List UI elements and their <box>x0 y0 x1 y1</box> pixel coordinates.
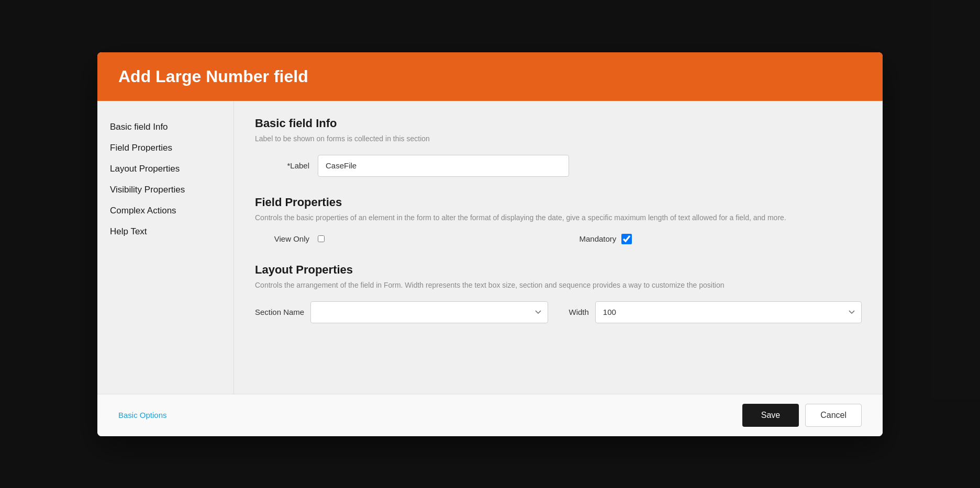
view-only-group: View Only <box>255 234 538 243</box>
label-field-row: *Label <box>255 155 862 177</box>
width-select[interactable]: 100 75 50 25 <box>595 301 862 323</box>
modal-footer: Basic Options Save Cancel <box>97 394 883 436</box>
label-field-label: *Label <box>255 161 318 170</box>
width-label: Width <box>569 308 589 316</box>
view-only-label: View Only <box>255 234 318 243</box>
section-desc-layout: Controls the arrangement of the field in… <box>255 280 862 291</box>
content-area: Basic field Info Label to be shown on fo… <box>233 101 883 394</box>
sidebar-item-layout-properties[interactable]: Layout Properties <box>110 158 221 179</box>
section-name-label: Section Name <box>255 308 304 316</box>
width-group: Width 100 75 50 25 <box>569 301 862 323</box>
layout-fields-row: Section Name Width 100 75 50 25 <box>255 301 862 323</box>
save-button[interactable]: Save <box>742 404 799 427</box>
section-title-field: Field Properties <box>255 196 862 209</box>
sidebar-item-basic-field-info[interactable]: Basic field Info <box>110 117 221 138</box>
mandatory-checkbox[interactable] <box>621 234 632 244</box>
sidebar: Basic field Info Field Properties Layout… <box>97 101 233 394</box>
modal-overlay: Add Large Number field Basic field Info … <box>0 0 980 488</box>
view-only-checkbox[interactable] <box>318 235 325 242</box>
section-name-group: Section Name <box>255 301 548 323</box>
sidebar-item-help-text[interactable]: Help Text <box>110 221 221 242</box>
label-input[interactable] <box>318 155 569 177</box>
mandatory-label: Mandatory <box>580 234 617 243</box>
sidebar-item-complex-actions[interactable]: Complex Actions <box>110 200 221 221</box>
section-desc-basic: Label to be shown on forms is collected … <box>255 133 862 144</box>
cancel-button[interactable]: Cancel <box>805 404 862 427</box>
section-desc-field: Controls the basic properties of an elem… <box>255 212 862 223</box>
modal-container: Add Large Number field Basic field Info … <box>97 52 883 436</box>
sidebar-item-field-properties[interactable]: Field Properties <box>110 138 221 158</box>
footer-buttons: Save Cancel <box>742 404 862 427</box>
basic-options-link[interactable]: Basic Options <box>118 411 167 419</box>
modal-title: Add Large Number field <box>118 67 862 86</box>
modal-body: Basic field Info Field Properties Layout… <box>97 101 883 394</box>
field-properties-row: View Only Mandatory <box>255 234 862 244</box>
section-title-basic: Basic field Info <box>255 117 862 130</box>
mandatory-group: Mandatory <box>538 234 862 244</box>
modal-header: Add Large Number field <box>97 52 883 101</box>
section-basic-field-info: Basic field Info Label to be shown on fo… <box>255 117 862 177</box>
section-title-layout: Layout Properties <box>255 263 862 277</box>
sidebar-item-visibility-properties[interactable]: Visibility Properties <box>110 179 221 200</box>
section-field-properties: Field Properties Controls the basic prop… <box>255 196 862 244</box>
section-layout-properties: Layout Properties Controls the arrangeme… <box>255 263 862 323</box>
section-name-select[interactable] <box>310 301 548 323</box>
